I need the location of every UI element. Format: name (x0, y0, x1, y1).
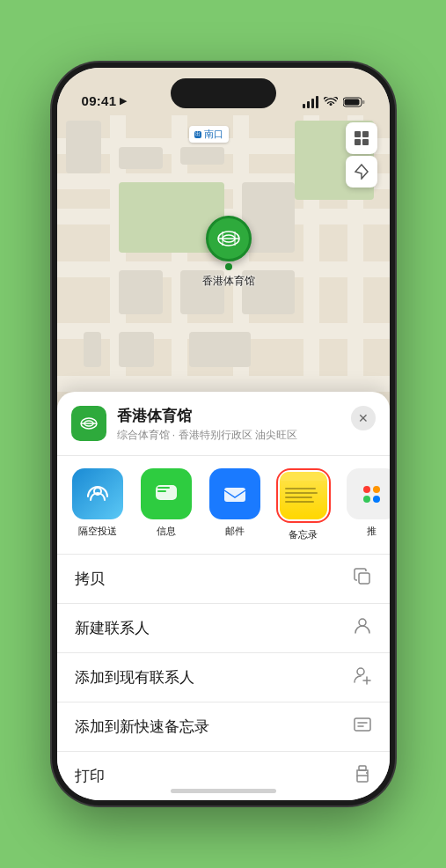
location-header: 香港体育馆 综合体育馆 · 香港特别行政区 油尖旺区 ✕ (57, 406, 390, 456)
location-info: 香港体育馆 综合体育馆 · 香港特别行政区 油尖旺区 (117, 406, 340, 443)
status-time: 09:41 (82, 93, 117, 108)
person-icon (353, 616, 372, 640)
stadium-venue-icon (78, 413, 99, 434)
svg-point-21 (359, 619, 366, 626)
action-new-contact-label: 新建联系人 (75, 618, 150, 638)
notes-icon (280, 472, 327, 519)
action-add-contact-label: 添加到现有联系人 (75, 667, 194, 688)
svg-rect-6 (362, 139, 369, 145)
svg-rect-1 (362, 100, 365, 104)
more-label: 推 (367, 525, 377, 538)
action-copy-label: 拷贝 (75, 569, 105, 589)
share-action-airdrop[interactable]: 隔空投送 (68, 468, 128, 541)
notes-highlight-border (276, 468, 331, 523)
action-list: 拷贝 新建联系人 (57, 555, 390, 800)
phone-screen: 09:41 ▶ (57, 68, 390, 800)
location-venue-icon (71, 406, 106, 441)
copy-icon (353, 567, 372, 591)
map-controls (346, 122, 377, 188)
svg-rect-25 (355, 718, 370, 731)
dynamic-island (171, 78, 276, 108)
location-name: 香港体育馆 (117, 406, 340, 426)
pin-label: 香港体育馆 (202, 274, 255, 289)
map-label-dot: 出 (194, 131, 201, 138)
action-item-new-contact[interactable]: 新建联系人 (57, 604, 390, 653)
share-action-notes[interactable]: 备忘录 (274, 468, 333, 541)
mail-label: 邮件 (225, 525, 245, 538)
map-block (189, 332, 251, 367)
bottom-sheet: 香港体育馆 综合体育馆 · 香港特别行政区 油尖旺区 ✕ (57, 392, 390, 800)
share-actions-row: 隔空投送 信息 (57, 456, 390, 555)
svg-rect-20 (359, 573, 369, 584)
map-block (66, 121, 101, 173)
location-arrow-icon (354, 164, 369, 180)
svg-point-30 (366, 772, 368, 774)
notes-label: 备忘录 (289, 528, 318, 541)
status-icons (303, 96, 365, 108)
svg-rect-29 (359, 766, 366, 770)
map-road (57, 376, 390, 392)
battery-icon (343, 97, 365, 107)
action-item-quick-note[interactable]: 添加到新快速备忘录 (57, 702, 390, 752)
memo-icon (353, 715, 372, 739)
message-icon (141, 468, 192, 519)
location-button[interactable] (346, 156, 377, 188)
svg-rect-28 (357, 776, 368, 782)
svg-rect-5 (355, 139, 361, 145)
map-view-toggle[interactable] (346, 122, 377, 154)
pin-icon (206, 216, 252, 261)
action-item-copy[interactable]: 拷贝 (57, 555, 390, 604)
share-action-message[interactable]: 信息 (136, 468, 196, 541)
message-label: 信息 (157, 525, 176, 538)
location-arrow-icon: ▶ (120, 95, 127, 107)
pin-dot (225, 263, 232, 270)
map-entry-label: 出 南口 (189, 126, 229, 143)
share-action-more[interactable]: 推 (342, 468, 390, 541)
map-block (119, 332, 154, 367)
person-add-icon (353, 666, 372, 689)
svg-point-22 (357, 668, 364, 675)
action-print-label: 打印 (75, 766, 105, 786)
phone-frame: 09:41 ▶ (52, 63, 395, 805)
airdrop-icon (72, 468, 123, 519)
svg-rect-19 (224, 488, 245, 502)
home-indicator (171, 789, 276, 793)
more-icon (347, 468, 390, 519)
map-block (119, 270, 163, 314)
svg-rect-3 (355, 131, 361, 137)
svg-rect-17 (157, 487, 170, 489)
map-block (180, 147, 224, 165)
share-action-mail[interactable]: 邮件 (205, 468, 265, 541)
airdrop-label: 隔空投送 (78, 525, 117, 538)
action-item-add-contact[interactable]: 添加到现有联系人 (57, 653, 390, 702)
mail-icon (209, 468, 260, 519)
print-icon (353, 764, 372, 788)
close-button[interactable]: ✕ (351, 406, 376, 430)
stadium-icon (216, 225, 242, 252)
svg-rect-4 (362, 131, 369, 137)
svg-rect-18 (157, 490, 166, 492)
map-block (84, 332, 101, 367)
wifi-icon (324, 97, 338, 107)
map-block (119, 147, 163, 169)
stadium-pin[interactable]: 香港体育馆 (202, 216, 255, 289)
location-subtitle: 综合体育馆 · 香港特别行政区 油尖旺区 (117, 428, 340, 443)
action-quick-note-label: 添加到新快速备忘录 (75, 717, 209, 737)
map-area[interactable]: 出 南口 (57, 68, 390, 438)
signal-bars-icon (303, 96, 318, 108)
svg-rect-2 (344, 99, 359, 106)
map-icon (353, 129, 370, 147)
